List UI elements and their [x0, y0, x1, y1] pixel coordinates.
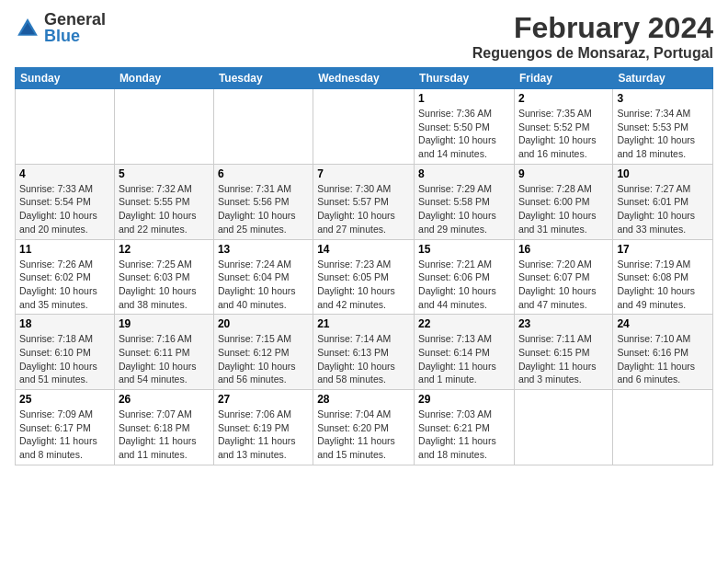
calendar-cell: [313, 89, 415, 165]
calendar-cell: 18Sunrise: 7:18 AM Sunset: 6:10 PM Dayli…: [16, 315, 115, 390]
calendar-cell: 27Sunrise: 7:06 AM Sunset: 6:19 PM Dayli…: [213, 390, 313, 465]
day-number: 2: [518, 92, 609, 105]
calendar: Sunday Monday Tuesday Wednesday Thursday…: [15, 67, 713, 465]
day-info: Sunrise: 7:33 AM Sunset: 5:54 PM Dayligh…: [19, 182, 110, 236]
title-block: February 2024 Reguengos de Monsaraz, Por…: [472, 11, 713, 62]
day-info: Sunrise: 7:23 AM Sunset: 6:05 PM Dayligh…: [317, 258, 410, 312]
calendar-week-3: 11Sunrise: 7:26 AM Sunset: 6:02 PM Dayli…: [16, 239, 713, 315]
calendar-cell: 4Sunrise: 7:33 AM Sunset: 5:54 PM Daylig…: [16, 164, 115, 239]
day-info: Sunrise: 7:10 AM Sunset: 6:16 PM Dayligh…: [617, 332, 709, 386]
calendar-cell: 20Sunrise: 7:15 AM Sunset: 6:12 PM Dayli…: [213, 315, 313, 390]
header-friday: Friday: [514, 68, 612, 89]
header-monday: Monday: [114, 68, 213, 89]
day-number: 26: [119, 393, 210, 406]
day-number: 9: [518, 167, 609, 180]
calendar-cell: 2Sunrise: 7:35 AM Sunset: 5:52 PM Daylig…: [514, 89, 612, 165]
calendar-cell: 15Sunrise: 7:21 AM Sunset: 6:06 PM Dayli…: [415, 239, 515, 315]
calendar-week-4: 18Sunrise: 7:18 AM Sunset: 6:10 PM Dayli…: [16, 315, 713, 390]
day-info: Sunrise: 7:20 AM Sunset: 6:07 PM Dayligh…: [518, 258, 609, 312]
day-number: 4: [19, 167, 110, 180]
day-info: Sunrise: 7:27 AM Sunset: 6:01 PM Dayligh…: [617, 182, 709, 236]
day-number: 29: [418, 393, 510, 406]
day-info: Sunrise: 7:03 AM Sunset: 6:21 PM Dayligh…: [418, 408, 510, 462]
calendar-cell: 19Sunrise: 7:16 AM Sunset: 6:11 PM Dayli…: [114, 315, 213, 390]
calendar-cell: 22Sunrise: 7:13 AM Sunset: 6:14 PM Dayli…: [415, 315, 515, 390]
calendar-week-5: 25Sunrise: 7:09 AM Sunset: 6:17 PM Dayli…: [16, 390, 713, 465]
calendar-cell: 1Sunrise: 7:36 AM Sunset: 5:50 PM Daylig…: [415, 89, 515, 165]
day-info: Sunrise: 7:14 AM Sunset: 6:13 PM Dayligh…: [317, 332, 410, 386]
day-info: Sunrise: 7:25 AM Sunset: 6:03 PM Dayligh…: [119, 258, 210, 312]
calendar-body: 1Sunrise: 7:36 AM Sunset: 5:50 PM Daylig…: [16, 89, 713, 465]
day-number: 3: [617, 92, 709, 105]
calendar-cell: 7Sunrise: 7:30 AM Sunset: 5:57 PM Daylig…: [313, 164, 415, 239]
header-thursday: Thursday: [415, 68, 515, 89]
day-info: Sunrise: 7:36 AM Sunset: 5:50 PM Dayligh…: [418, 107, 510, 161]
calendar-cell: 21Sunrise: 7:14 AM Sunset: 6:13 PM Dayli…: [313, 315, 415, 390]
day-number: 16: [518, 243, 609, 256]
day-number: 12: [119, 243, 210, 256]
day-info: Sunrise: 7:06 AM Sunset: 6:19 PM Dayligh…: [218, 408, 309, 462]
calendar-cell: 9Sunrise: 7:28 AM Sunset: 6:00 PM Daylig…: [514, 164, 612, 239]
day-info: Sunrise: 7:11 AM Sunset: 6:15 PM Dayligh…: [518, 332, 609, 386]
calendar-cell: 24Sunrise: 7:10 AM Sunset: 6:16 PM Dayli…: [613, 315, 713, 390]
day-number: 10: [617, 167, 709, 180]
subtitle: Reguengos de Monsaraz, Portugal: [472, 45, 713, 62]
logo-icon: [15, 16, 40, 41]
day-number: 24: [617, 317, 709, 330]
day-number: 28: [317, 393, 410, 406]
day-number: 7: [317, 167, 410, 180]
calendar-cell: [16, 89, 115, 165]
logo: General Blue: [15, 11, 106, 46]
day-number: 19: [119, 317, 210, 330]
day-info: Sunrise: 7:07 AM Sunset: 6:18 PM Dayligh…: [119, 408, 210, 462]
day-info: Sunrise: 7:31 AM Sunset: 5:56 PM Dayligh…: [218, 182, 309, 236]
day-info: Sunrise: 7:30 AM Sunset: 5:57 PM Dayligh…: [317, 182, 410, 236]
logo-text: General Blue: [44, 11, 106, 46]
day-number: 27: [218, 393, 309, 406]
calendar-cell: 16Sunrise: 7:20 AM Sunset: 6:07 PM Dayli…: [514, 239, 612, 315]
logo-line2: Blue: [44, 28, 106, 46]
day-info: Sunrise: 7:18 AM Sunset: 6:10 PM Dayligh…: [19, 332, 110, 386]
page: General Blue February 2024 Reguengos de …: [0, 0, 728, 563]
day-number: 20: [218, 317, 309, 330]
calendar-cell: 17Sunrise: 7:19 AM Sunset: 6:08 PM Dayli…: [613, 239, 713, 315]
main-title: February 2024: [472, 11, 713, 45]
header-saturday: Saturday: [613, 68, 713, 89]
day-number: 22: [418, 317, 510, 330]
calendar-cell: 25Sunrise: 7:09 AM Sunset: 6:17 PM Dayli…: [16, 390, 115, 465]
day-info: Sunrise: 7:35 AM Sunset: 5:52 PM Dayligh…: [518, 107, 609, 161]
header: General Blue February 2024 Reguengos de …: [15, 11, 713, 62]
day-info: Sunrise: 7:16 AM Sunset: 6:11 PM Dayligh…: [119, 332, 210, 386]
day-number: 11: [19, 243, 110, 256]
day-info: Sunrise: 7:29 AM Sunset: 5:58 PM Dayligh…: [418, 182, 510, 236]
calendar-cell: [213, 89, 313, 165]
day-info: Sunrise: 7:15 AM Sunset: 6:12 PM Dayligh…: [218, 332, 309, 386]
day-number: 18: [19, 317, 110, 330]
day-number: 5: [119, 167, 210, 180]
day-number: 15: [418, 243, 510, 256]
header-wednesday: Wednesday: [313, 68, 415, 89]
calendar-cell: 10Sunrise: 7:27 AM Sunset: 6:01 PM Dayli…: [613, 164, 713, 239]
day-number: 14: [317, 243, 410, 256]
calendar-week-1: 1Sunrise: 7:36 AM Sunset: 5:50 PM Daylig…: [16, 89, 713, 165]
calendar-cell: 26Sunrise: 7:07 AM Sunset: 6:18 PM Dayli…: [114, 390, 213, 465]
calendar-cell: 29Sunrise: 7:03 AM Sunset: 6:21 PM Dayli…: [415, 390, 515, 465]
calendar-cell: 6Sunrise: 7:31 AM Sunset: 5:56 PM Daylig…: [213, 164, 313, 239]
day-number: 23: [518, 317, 609, 330]
day-info: Sunrise: 7:34 AM Sunset: 5:53 PM Dayligh…: [617, 107, 709, 161]
header-tuesday: Tuesday: [213, 68, 313, 89]
calendar-cell: 11Sunrise: 7:26 AM Sunset: 6:02 PM Dayli…: [16, 239, 115, 315]
day-number: 25: [19, 393, 110, 406]
calendar-cell: [114, 89, 213, 165]
calendar-cell: [613, 390, 713, 465]
day-number: 17: [617, 243, 709, 256]
calendar-cell: [514, 390, 612, 465]
day-number: 6: [218, 167, 309, 180]
day-number: 1: [418, 92, 510, 105]
day-info: Sunrise: 7:19 AM Sunset: 6:08 PM Dayligh…: [617, 258, 709, 312]
day-info: Sunrise: 7:09 AM Sunset: 6:17 PM Dayligh…: [19, 408, 110, 462]
day-number: 8: [418, 167, 510, 180]
day-info: Sunrise: 7:04 AM Sunset: 6:20 PM Dayligh…: [317, 408, 410, 462]
day-number: 13: [218, 243, 309, 256]
day-info: Sunrise: 7:32 AM Sunset: 5:55 PM Dayligh…: [119, 182, 210, 236]
